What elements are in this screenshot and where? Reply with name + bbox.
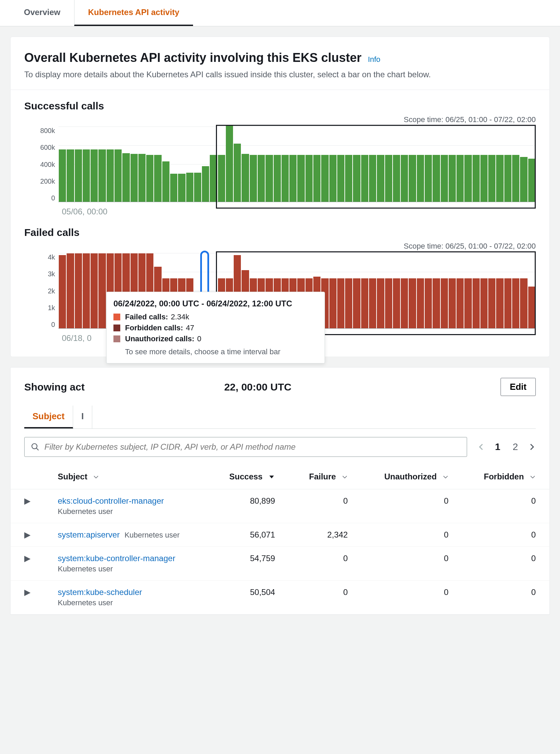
plot-success[interactable]	[58, 127, 536, 202]
chart-bar[interactable]	[146, 155, 153, 202]
chart-bar[interactable]	[480, 278, 488, 328]
chart-bar[interactable]	[345, 278, 352, 328]
chart-bar[interactable]	[98, 149, 106, 202]
chart-bar[interactable]	[488, 155, 495, 202]
chart-bar[interactable]	[433, 155, 440, 202]
chart-bar[interactable]	[377, 278, 384, 328]
chart-bar[interactable]	[441, 155, 448, 202]
edit-button[interactable]: Edit	[501, 378, 536, 396]
chart-bar[interactable]	[107, 149, 114, 202]
chart-bar[interactable]	[329, 155, 337, 202]
chart-bar[interactable]	[162, 161, 169, 202]
chart-bar[interactable]	[234, 144, 241, 202]
chart-bar[interactable]	[202, 166, 209, 202]
chart-bar[interactable]	[258, 155, 265, 202]
subject-link[interactable]: eks:cloud-controller-manager	[58, 496, 195, 506]
chart-bar[interactable]	[337, 155, 344, 202]
chart-bar[interactable]	[409, 155, 416, 202]
chart-bar[interactable]	[83, 149, 90, 202]
page-2[interactable]: 2	[510, 440, 521, 454]
chart-bar[interactable]	[393, 155, 400, 202]
subject-link[interactable]: system:kube-scheduler	[58, 587, 195, 597]
subject-link[interactable]: system:apiserver	[58, 530, 120, 539]
chart-bar[interactable]	[265, 155, 273, 202]
th-unauthorized[interactable]: Unauthorized	[361, 465, 462, 489]
page-1[interactable]: 1	[492, 440, 503, 454]
chart-bar[interactable]	[329, 278, 337, 328]
chart-bar[interactable]	[425, 155, 432, 202]
tab-api-activity[interactable]: Kubernetes API activity	[74, 0, 193, 26]
chart-bar[interactable]	[242, 154, 249, 202]
chart-bar[interactable]	[441, 278, 448, 328]
chart-bar[interactable]	[520, 157, 527, 202]
chart-bar[interactable]	[504, 278, 511, 328]
chart-bar[interactable]	[345, 155, 352, 202]
chart-bar[interactable]	[361, 278, 368, 328]
chart-bar[interactable]	[59, 255, 66, 328]
chart-bar[interactable]	[337, 278, 344, 328]
chart-bar[interactable]	[83, 253, 90, 328]
chevron-right-icon[interactable]	[528, 443, 536, 451]
chart-bar[interactable]	[91, 149, 98, 202]
subtab-ip[interactable]: I	[73, 406, 92, 428]
chart-bar[interactable]	[449, 278, 456, 328]
chart-bar[interactable]	[456, 155, 464, 202]
chart-bar[interactable]	[409, 278, 416, 328]
chart-bar[interactable]	[67, 253, 74, 328]
filter-input[interactable]	[44, 442, 461, 452]
chart-bar[interactable]	[401, 278, 408, 328]
chart-bar[interactable]	[186, 173, 193, 202]
chart-bar[interactable]	[313, 155, 320, 202]
th-success[interactable]: Success	[208, 465, 289, 489]
subtab-subject[interactable]: Subject	[24, 406, 73, 428]
chart-bar[interactable]	[250, 155, 257, 202]
chart-bar[interactable]	[114, 149, 122, 202]
chart-bar[interactable]	[98, 253, 106, 328]
chart-bar[interactable]	[122, 153, 129, 202]
chart-bar[interactable]	[473, 278, 480, 328]
chart-bar[interactable]	[210, 155, 217, 202]
chart-bar[interactable]	[385, 155, 392, 202]
chart-bar[interactable]	[377, 155, 384, 202]
chart-bar[interactable]	[433, 278, 440, 328]
chart-bar[interactable]	[353, 155, 360, 202]
chart-bar[interactable]	[504, 155, 511, 202]
expand-icon[interactable]: ▶	[24, 530, 30, 539]
expand-icon[interactable]: ▶	[24, 554, 30, 563]
chart-bar[interactable]	[297, 155, 304, 202]
th-forbidden[interactable]: Forbidden	[462, 465, 549, 489]
tab-overview[interactable]: Overview	[10, 0, 74, 26]
chart-bar[interactable]	[512, 155, 519, 202]
chart-bar[interactable]	[67, 149, 74, 202]
chart-bar[interactable]	[456, 278, 464, 328]
chart-bar[interactable]	[353, 278, 360, 328]
chart-bar[interactable]	[75, 149, 82, 202]
chart-bar[interactable]	[473, 155, 480, 202]
chart-bar[interactable]	[369, 278, 376, 328]
expand-icon[interactable]: ▶	[24, 587, 30, 597]
filter-input-wrap[interactable]	[24, 437, 467, 457]
chart-bar[interactable]	[289, 155, 297, 202]
chart-bar[interactable]	[425, 278, 432, 328]
chart-bar[interactable]	[218, 155, 225, 202]
chart-bar[interactable]	[274, 155, 281, 202]
chart-bar[interactable]	[59, 149, 66, 202]
chart-bar[interactable]	[417, 278, 424, 328]
chart-bar[interactable]	[75, 253, 82, 328]
chart-bar[interactable]	[282, 155, 289, 202]
chart-bar[interactable]	[512, 278, 519, 328]
chart-bar[interactable]	[170, 174, 177, 202]
chart-bar[interactable]	[138, 154, 146, 202]
chart-bar[interactable]	[528, 159, 535, 202]
chevron-left-icon[interactable]	[477, 443, 486, 451]
chart-bar[interactable]	[417, 155, 424, 202]
chart-bar[interactable]	[131, 154, 138, 202]
chart-bar[interactable]	[361, 155, 368, 202]
chart-bar[interactable]	[226, 125, 233, 202]
chart-bar[interactable]	[154, 155, 161, 202]
chart-bar[interactable]	[369, 155, 376, 202]
chart-bar[interactable]	[321, 155, 328, 202]
chart-bar[interactable]	[393, 278, 400, 328]
chart-bar[interactable]	[194, 173, 201, 202]
chart-bar[interactable]	[464, 155, 472, 202]
